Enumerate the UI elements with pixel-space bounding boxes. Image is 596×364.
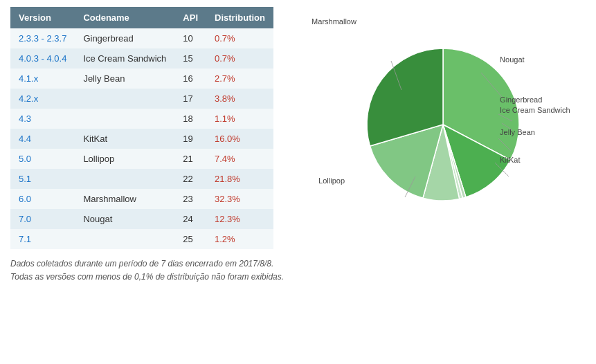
footnote: Dados coletados durante um período de 7 … (10, 257, 284, 284)
version-link[interactable]: 4.0.3 - 4.0.4 (19, 53, 66, 64)
cell-distribution: 1.2% (206, 229, 273, 249)
pie-label-marshmallow: Marshmallow (311, 17, 356, 26)
cell-distribution: 21.8% (206, 169, 273, 189)
cell-api: 25 (174, 229, 206, 249)
cell-version[interactable]: 4.2.x (10, 89, 75, 109)
cell-api: 18 (174, 109, 206, 129)
cell-version[interactable]: 4.4 (10, 129, 75, 149)
pie-label-nougat: Nougat (500, 55, 524, 64)
version-link[interactable]: 7.1 (19, 234, 31, 244)
version-link[interactable]: 5.0 (19, 154, 31, 164)
pie-label-ice-cream-sandwich: Ice Cream Sandwich (500, 106, 570, 114)
table-row: 5.12221.8% (10, 169, 273, 189)
cell-codename: Nougat (75, 209, 174, 229)
pie-label-kitkat: KitKat (500, 156, 520, 164)
cell-codename: KitKat (75, 129, 174, 149)
cell-version[interactable]: 5.1 (10, 169, 75, 189)
header-codename: Codename (75, 7, 174, 28)
table-row: 4.3181.1% (10, 109, 273, 129)
header-api: API (174, 7, 206, 28)
cell-api: 17 (174, 89, 206, 109)
version-link[interactable]: 4.4 (19, 134, 31, 144)
version-link[interactable]: 4.1.x (19, 73, 38, 84)
cell-version[interactable]: 4.0.3 - 4.0.4 (10, 48, 75, 69)
cell-api: 19 (174, 129, 206, 149)
header-version: Version (10, 7, 75, 28)
cell-distribution: 0.7% (206, 48, 273, 69)
cell-api: 24 (174, 209, 206, 229)
cell-codename (75, 229, 174, 249)
cell-version[interactable]: 6.0 (10, 189, 75, 209)
version-link[interactable]: 5.1 (19, 174, 31, 184)
cell-version[interactable]: 5.0 (10, 149, 75, 169)
table-row: 2.3.3 - 2.3.7Gingerbread100.7% (10, 28, 273, 48)
table-section: Version Codename API Distribution 2.3.3 … (10, 7, 284, 284)
cell-version[interactable]: 7.0 (10, 209, 75, 229)
cell-version[interactable]: 2.3.3 - 2.3.7 (10, 28, 75, 48)
version-link[interactable]: 4.2.x (19, 93, 38, 104)
cell-codename (75, 109, 174, 129)
cell-distribution: 0.7% (206, 28, 273, 48)
table-row: 4.2.x173.8% (10, 89, 273, 109)
cell-codename: Jelly Bean (75, 69, 174, 89)
table-row: 4.0.3 - 4.0.4Ice Cream Sandwich150.7% (10, 48, 273, 69)
cell-distribution: 32.3% (206, 189, 273, 209)
cell-api: 10 (174, 28, 206, 48)
pie-label-gingerbread: Gingerbread (500, 95, 542, 104)
cell-distribution: 3.8% (206, 89, 273, 109)
table-row: 5.0Lollipop217.4% (10, 149, 273, 169)
cell-version[interactable]: 4.3 (10, 109, 75, 129)
cell-distribution: 12.3% (206, 209, 273, 229)
table-row: 7.1251.2% (10, 229, 273, 249)
table-row: 7.0Nougat2412.3% (10, 209, 273, 229)
cell-api: 16 (174, 69, 206, 89)
cell-codename: Lollipop (75, 149, 174, 169)
cell-codename: Gingerbread (75, 28, 174, 48)
cell-codename: Marshmallow (75, 189, 174, 209)
footnote-line2: Todas as versões com menos de 0,1% de di… (10, 271, 284, 284)
table-row: 4.4KitKat1916.0% (10, 129, 273, 149)
cell-distribution: 16.0% (206, 129, 273, 149)
pie-label-lollipop: Lollipop (318, 176, 345, 185)
table-header-row: Version Codename API Distribution (10, 7, 273, 28)
android-version-table: Version Codename API Distribution 2.3.3 … (10, 7, 273, 249)
footnote-line1: Dados coletados durante um período de 7 … (10, 257, 284, 271)
version-link[interactable]: 4.3 (19, 113, 31, 124)
version-link[interactable]: 6.0 (19, 194, 31, 204)
cell-version[interactable]: 7.1 (10, 229, 75, 249)
cell-distribution: 7.4% (206, 149, 273, 169)
chart-section: MarshmallowNougatGingerbreadIce Cream Sa… (298, 7, 588, 242)
header-distribution: Distribution (206, 7, 273, 28)
main-container: Version Codename API Distribution 2.3.3 … (10, 7, 586, 284)
cell-version[interactable]: 4.1.x (10, 69, 75, 89)
cell-distribution: 1.1% (206, 109, 273, 129)
cell-codename (75, 169, 174, 189)
cell-distribution: 2.7% (206, 69, 273, 89)
version-link[interactable]: 2.3.3 - 2.3.7 (19, 33, 66, 44)
version-link[interactable]: 7.0 (19, 214, 31, 224)
cell-api: 21 (174, 149, 206, 169)
cell-codename (75, 89, 174, 109)
pie-chart-container: MarshmallowNougatGingerbreadIce Cream Sa… (311, 14, 575, 235)
cell-api: 15 (174, 48, 206, 69)
cell-api: 23 (174, 189, 206, 209)
table-row: 6.0Marshmallow2332.3% (10, 189, 273, 209)
pie-label-jelly-bean: Jelly Bean (500, 128, 535, 136)
table-row: 4.1.xJelly Bean162.7% (10, 69, 273, 89)
cell-api: 22 (174, 169, 206, 189)
cell-codename: Ice Cream Sandwich (75, 48, 174, 69)
